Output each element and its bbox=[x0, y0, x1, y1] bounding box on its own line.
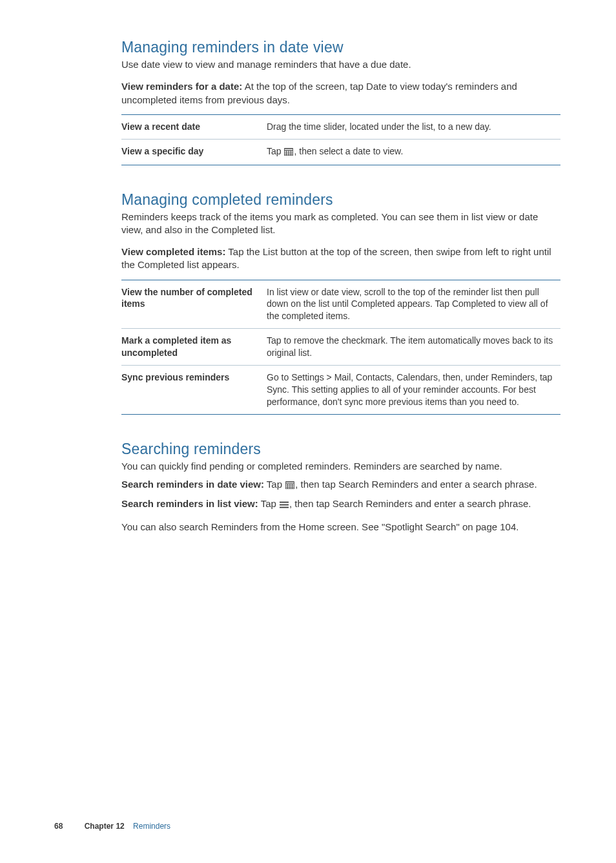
closing-line: You can also search Reminders from the H… bbox=[121, 521, 560, 534]
row-key: Mark a completed item as uncompleted bbox=[121, 329, 267, 366]
spotlight-search-link[interactable]: Spotlight Search bbox=[385, 521, 456, 532]
section-date-view: Managing reminders in date view Use date… bbox=[121, 39, 560, 165]
label: Search reminders in date view: bbox=[121, 479, 264, 490]
heading-date-view: Managing reminders in date view bbox=[121, 39, 560, 56]
heading-completed: Managing completed reminders bbox=[121, 191, 560, 209]
lead-date-view: View reminders for a date: At the top of… bbox=[121, 80, 560, 107]
table-row: Sync previous reminders Go to Settings >… bbox=[121, 365, 560, 414]
search-list-view-line: Search reminders in list view: Tap , the… bbox=[121, 497, 560, 512]
list-icon bbox=[280, 499, 289, 512]
intro-date-view: Use date view to view and manage reminde… bbox=[121, 58, 560, 71]
chapter-label: Chapter 12 bbox=[85, 822, 125, 831]
page-number: 68 bbox=[54, 822, 63, 831]
search-date-view-line: Search reminders in date view: Tap , the… bbox=[121, 478, 560, 492]
table-row: View a specific day Tap , then select a … bbox=[121, 139, 560, 165]
chapter-title: Reminders bbox=[133, 822, 170, 831]
page-footer: 68 Chapter 12 Reminders bbox=[0, 822, 616, 831]
heading-searching: Searching reminders bbox=[121, 441, 560, 458]
intro-searching: You can quickly find pending or complete… bbox=[121, 460, 560, 473]
table-completed: View the number of completed items In li… bbox=[121, 280, 560, 415]
lead-label: View reminders for a date: bbox=[121, 81, 242, 92]
row-value: Go to Settings > Mail, Contacts, Calenda… bbox=[267, 365, 560, 414]
row-key: Sync previous reminders bbox=[121, 365, 267, 414]
lead-completed: View completed items: Tap the List butto… bbox=[121, 245, 560, 272]
table-row: View a recent date Drag the time slider,… bbox=[121, 114, 560, 139]
table-row: View the number of completed items In li… bbox=[121, 280, 560, 329]
row-value: Tap , then select a date to view. bbox=[267, 139, 560, 165]
page-content: Managing reminders in date view Use date… bbox=[0, 0, 616, 534]
table-row: Mark a completed item as uncompleted Tap… bbox=[121, 329, 560, 366]
calendar-icon bbox=[285, 479, 294, 492]
section-searching: Searching reminders You can quickly find… bbox=[121, 441, 560, 534]
intro-completed: Reminders keeps track of the items you m… bbox=[121, 211, 560, 237]
page-ref[interactable]: 104 bbox=[500, 521, 516, 532]
calendar-icon bbox=[284, 147, 293, 159]
row-key: View a specific day bbox=[121, 139, 267, 165]
row-value: Drag the time slider, located under the … bbox=[267, 114, 560, 139]
row-value: In list view or date view, scroll to the… bbox=[267, 280, 560, 329]
row-key: View a recent date bbox=[121, 114, 267, 139]
label: Search reminders in list view: bbox=[121, 498, 258, 509]
row-value: Tap to remove the checkmark. The item au… bbox=[267, 329, 560, 366]
table-date-view: View a recent date Drag the time slider,… bbox=[121, 114, 560, 165]
lead-label: View completed items: bbox=[121, 246, 225, 257]
section-completed: Managing completed reminders Reminders k… bbox=[121, 191, 560, 415]
row-key: View the number of completed items bbox=[121, 280, 267, 329]
